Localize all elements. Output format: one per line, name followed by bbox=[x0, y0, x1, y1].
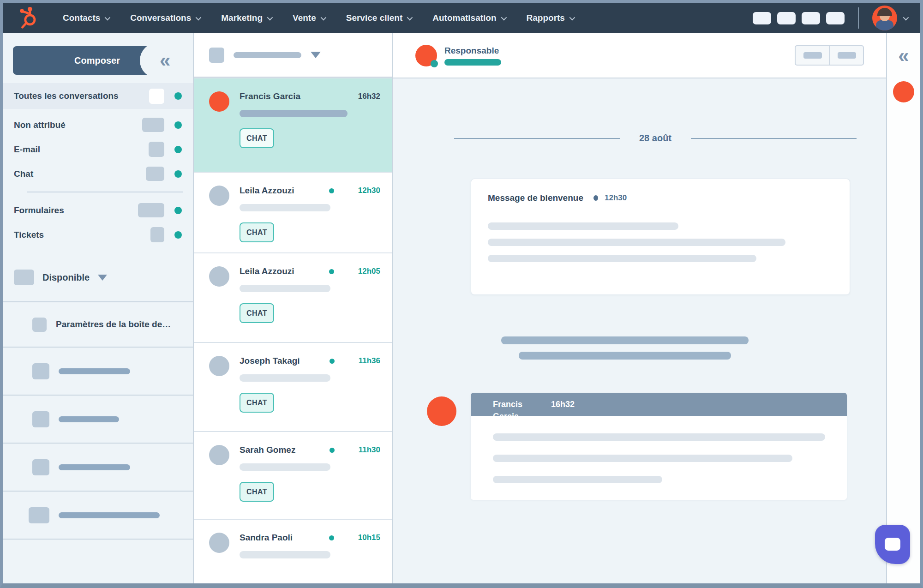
nav-item-contacts[interactable]: Contacts bbox=[63, 13, 109, 23]
divider-line bbox=[691, 138, 857, 139]
message-time: 16h32 bbox=[551, 398, 575, 410]
status-dot bbox=[174, 170, 182, 178]
chevron-down-icon bbox=[501, 14, 507, 20]
conversation-time: 16h32 bbox=[358, 92, 380, 101]
chevron-down-icon[interactable] bbox=[903, 14, 909, 20]
nav-label: Contacts bbox=[63, 13, 100, 23]
sidebar-placeholder-item[interactable] bbox=[3, 347, 193, 395]
nav-item-automatisation[interactable]: Automatisation bbox=[432, 13, 505, 23]
message-text-placeholder bbox=[488, 239, 785, 246]
nav-label: Automatisation bbox=[432, 13, 496, 23]
conversation-list-header bbox=[194, 33, 392, 78]
nav-tool-icon-placeholder[interactable] bbox=[777, 12, 796, 24]
contact-name: Sarah Gomez bbox=[240, 445, 330, 455]
main-menu: Contacts Conversations Marketing Vente S… bbox=[63, 13, 574, 23]
contact-name: Francis Garcia bbox=[240, 91, 358, 102]
sender-name-clipped: Garcia bbox=[493, 410, 847, 416]
sender-name: Francis bbox=[493, 398, 522, 410]
conversation-item-leila-azzouzi[interactable]: Leila Azzouzi 12h30 CHAT bbox=[194, 172, 392, 252]
avatar-hair bbox=[877, 8, 892, 16]
contact-avatar-orange[interactable] bbox=[893, 81, 914, 102]
user-avatar[interactable] bbox=[872, 6, 897, 30]
item-icon-placeholder bbox=[32, 411, 49, 427]
select-all-checkbox[interactable] bbox=[209, 48, 224, 63]
conversation-time: 11h36 bbox=[359, 356, 380, 366]
conversation-item-leila-azzouzi-2[interactable]: Leila Azzouzi 12h05 CHAT bbox=[194, 252, 392, 342]
unread-dot bbox=[329, 535, 334, 540]
conversation-item-sarah-gomez[interactable]: Sarah Gomez 11h30 CHAT bbox=[194, 431, 392, 519]
nav-tool-icon-placeholder[interactable] bbox=[753, 12, 771, 24]
message-preview-placeholder bbox=[240, 285, 330, 292]
conversation-time: 10h15 bbox=[358, 533, 380, 542]
nav-tool-icon-placeholder[interactable] bbox=[802, 12, 820, 24]
owner-avatar bbox=[415, 45, 437, 66]
chevron-down-icon bbox=[407, 14, 413, 20]
sidebar-filter-all-conversations[interactable]: Toutes les conversations bbox=[3, 83, 193, 109]
nav-item-conversations[interactable]: Conversations bbox=[130, 13, 200, 23]
sidebar-placeholder-item[interactable] bbox=[3, 491, 193, 539]
filter-label: Chat bbox=[14, 169, 33, 179]
message-time: 12h30 bbox=[605, 193, 627, 203]
sidebar-filter-tickets[interactable]: Tickets bbox=[3, 222, 193, 247]
gear-icon-placeholder bbox=[32, 318, 47, 332]
message-title: Message de bienvenue bbox=[488, 193, 583, 203]
thread-action-button[interactable] bbox=[796, 46, 829, 65]
action-label-placeholder bbox=[838, 52, 856, 59]
message-text-placeholder bbox=[488, 222, 678, 230]
expand-rail-button[interactable]: « bbox=[898, 46, 909, 66]
nav-item-vente[interactable]: Vente bbox=[293, 13, 325, 23]
nav-item-marketing[interactable]: Marketing bbox=[221, 13, 271, 23]
conversation-item-joseph-takagi[interactable]: Joseph Takagi 11h36 CHAT bbox=[194, 342, 392, 431]
sort-label-placeholder bbox=[234, 52, 301, 58]
collapse-sidebar-button[interactable]: « bbox=[160, 47, 170, 74]
sidebar-filter-email[interactable]: E-mail bbox=[3, 137, 193, 162]
top-navigation-bar: Contacts Conversations Marketing Vente S… bbox=[3, 3, 920, 33]
nav-label: Rapports bbox=[527, 13, 565, 23]
contact-avatar bbox=[209, 91, 229, 112]
settings-label: Paramètres de la boîte de… bbox=[56, 319, 171, 330]
sidebar-placeholder-item[interactable] bbox=[3, 443, 193, 491]
contact-avatar bbox=[209, 186, 229, 206]
compose-button[interactable]: Composer bbox=[13, 46, 155, 75]
date-label: 28 août bbox=[639, 133, 671, 144]
chat-widget-icon bbox=[885, 538, 900, 551]
system-event-placeholder bbox=[393, 336, 857, 360]
nav-item-service-client[interactable]: Service client bbox=[346, 13, 412, 23]
nav-divider bbox=[858, 7, 859, 29]
visitor-avatar bbox=[427, 396, 456, 426]
date-divider: 28 août bbox=[454, 133, 857, 144]
sidebar-filter-chat[interactable]: Chat bbox=[3, 162, 193, 186]
conversation-time: 11h30 bbox=[359, 445, 380, 455]
message-text-placeholder bbox=[493, 455, 792, 462]
channel-tag-chat: CHAT bbox=[240, 303, 274, 323]
thread-action-button[interactable] bbox=[829, 46, 863, 65]
conversation-item-francis-garcia[interactable]: Francis Garcia 16h32 CHAT bbox=[194, 78, 392, 172]
dropdown-triangle-icon bbox=[311, 52, 321, 58]
compose-row: Composer « bbox=[3, 46, 193, 75]
hubspot-logo-icon[interactable] bbox=[17, 6, 41, 30]
message-preview-placeholder bbox=[240, 110, 348, 117]
sort-dropdown[interactable] bbox=[234, 52, 321, 58]
contact-avatar bbox=[209, 356, 229, 376]
dropdown-triangle-icon bbox=[98, 275, 107, 281]
message-preview-placeholder bbox=[240, 204, 330, 211]
filter-label: Toutes les conversations bbox=[14, 91, 119, 101]
status-dot bbox=[174, 207, 182, 214]
welcome-message-card: Message de bienvenue 12h30 bbox=[471, 179, 850, 295]
sidebar-placeholder-item[interactable] bbox=[3, 395, 193, 443]
nav-label: Service client bbox=[346, 13, 403, 23]
nav-item-rapports[interactable]: Rapports bbox=[527, 13, 574, 23]
sidebar-filter-forms[interactable]: Formulaires bbox=[3, 198, 193, 222]
inbox-settings-link[interactable]: Paramètres de la boîte de… bbox=[3, 302, 193, 347]
contact-avatar bbox=[209, 445, 229, 465]
message-timeline: 28 août Message de bienvenue 12h30 bbox=[393, 78, 886, 583]
contact-name: Joseph Takagi bbox=[240, 356, 330, 366]
nav-tool-icon-placeholder[interactable] bbox=[826, 12, 845, 24]
count-placeholder bbox=[150, 227, 164, 242]
sidebar-filter-unassigned[interactable]: Non attribué bbox=[3, 113, 193, 137]
meta-dot bbox=[593, 195, 598, 201]
conversation-item-sandra-paoli[interactable]: Sandra Paoli 10h15 bbox=[194, 519, 392, 583]
channel-tag-chat: CHAT bbox=[240, 128, 274, 148]
status-dot bbox=[174, 146, 182, 153]
availability-dropdown[interactable]: Disponible bbox=[3, 263, 193, 292]
